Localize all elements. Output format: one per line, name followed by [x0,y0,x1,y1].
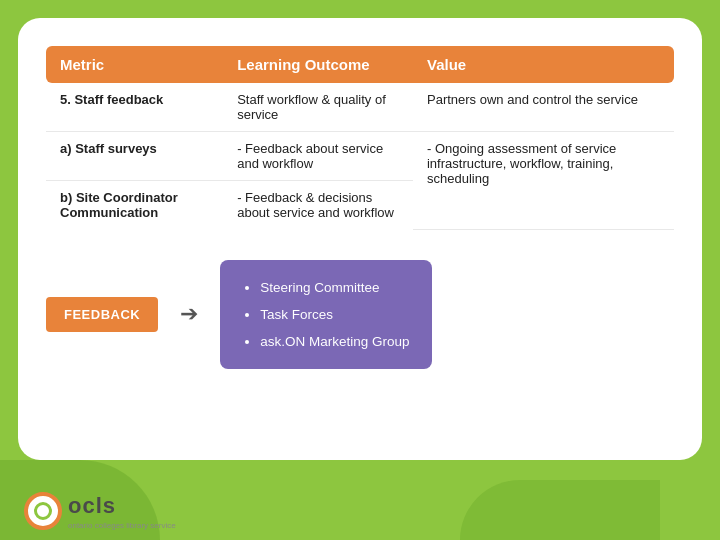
ocls-name-block: ocls ontario colleges library service [68,493,176,530]
metric-staff-surveys: a) Staff surveys [46,132,223,181]
ocls-circle-icon [24,492,62,530]
outcome-item-1: Steering Committee [260,274,409,301]
arrow-icon: ➔ [180,301,198,327]
ocls-logo: ocls ontario colleges library service [24,492,176,530]
feedback-section: FEEDBACK ➔ Steering Committee Task Force… [46,260,674,369]
feedback-label: FEEDBACK [46,297,158,332]
outcome-item-2: Task Forces [260,301,409,328]
outcome-item-3: ask.ON Marketing Group [260,328,409,355]
metrics-table: Metric Learning Outcome Value 5. Staff f… [46,46,674,230]
outcome-list-box: Steering Committee Task Forces ask.ON Ma… [220,260,431,369]
col-header-value: Value [413,46,674,83]
metric-site-coordinator: b) Site Coordinator Communication [46,181,223,230]
ocls-full-name: ontario colleges library service [68,521,176,530]
col-header-outcome: Learning Outcome [223,46,413,83]
outcome-staff-surveys: - Feedback about service and workflow [223,132,413,181]
col-header-metric: Metric [46,46,223,83]
value-combined: - Ongoing assessment of service infrastr… [413,132,674,230]
ocls-inner-circle [34,502,52,520]
metric-staff-feedback: 5. Staff feedback [46,83,223,132]
logo-area: ocls ontario colleges library service [24,492,176,530]
value-staff-feedback: Partners own and control the service [413,83,674,132]
main-card: Metric Learning Outcome Value 5. Staff f… [18,18,702,460]
outcome-staff-feedback: Staff workflow & quality of service [223,83,413,132]
ocls-wordmark: ocls [68,493,116,518]
outcome-site-coordinator: - Feedback & decisions about service and… [223,181,413,230]
swirl-decoration-right [460,480,660,540]
table-row: a) Staff surveys - Feedback about servic… [46,132,674,181]
table-row: 5. Staff feedback Staff workflow & quali… [46,83,674,132]
